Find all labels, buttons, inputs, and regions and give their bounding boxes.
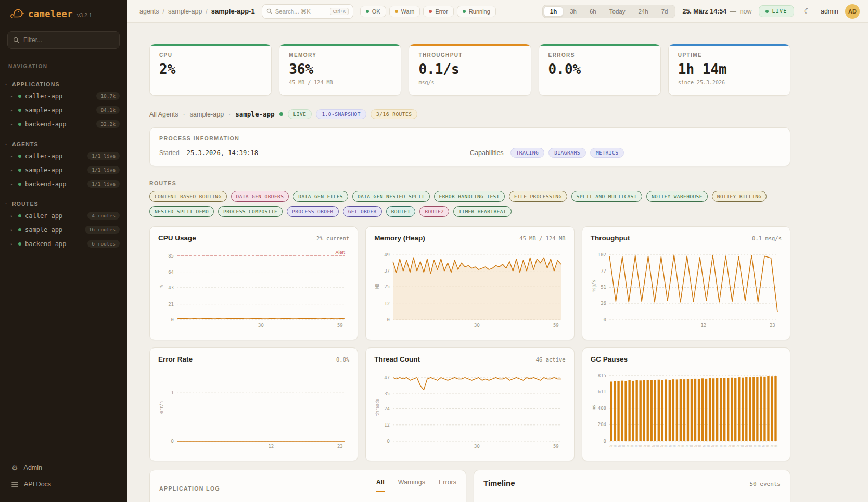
status-filter-error[interactable]: Error	[423, 6, 453, 17]
route-chip-process-composite[interactable]: PROCESS-COMPOSITE	[218, 206, 283, 217]
agent-badge-live: LIVE	[288, 109, 312, 119]
sidebar-filter[interactable]	[7, 31, 120, 49]
count-badge: 1/1 live	[87, 166, 120, 174]
chart-plot: 0204408611815ms20:08 20:08 20:08 20:08 2…	[591, 367, 782, 449]
route-chip-nested-split-demo[interactable]: NESTED-SPLIT-DEMO	[149, 206, 214, 217]
range-button-6h[interactable]: 6h	[583, 6, 603, 17]
started-label: Started	[159, 149, 180, 157]
started-value: 25.3.2026, 14:39:18	[187, 149, 258, 157]
sidebar-group-agents[interactable]: ·AGENTS	[0, 139, 127, 149]
avatar[interactable]: AD	[845, 4, 860, 19]
breadcrumb-sample-app[interactable]: sample-app	[168, 8, 202, 15]
status-filter-running[interactable]: Running	[457, 6, 496, 17]
route-chip-file-processing[interactable]: FILE-PROCESSING	[509, 191, 567, 202]
datetime-display[interactable]: 25. März 14:54— now	[682, 8, 751, 15]
route-chip-get-order[interactable]: GET-ORDER	[343, 206, 382, 217]
list-icon	[11, 482, 18, 487]
status-dot	[18, 123, 21, 126]
route-chip-process-order[interactable]: PROCESS-ORDER	[287, 206, 339, 217]
svg-text:49: 49	[384, 252, 390, 258]
chevron-right-icon: ▸	[10, 168, 15, 173]
stat-accent-bar	[669, 44, 790, 46]
route-chip-route2[interactable]: ROUTE2	[419, 206, 449, 217]
route-chip-data-gen-orders[interactable]: DATA-GEN-ORDERS	[231, 191, 289, 202]
sidebar-group-routes[interactable]: ·ROUTES	[0, 199, 127, 209]
chart-current-value: 0.0%	[336, 356, 349, 363]
svg-text:59: 59	[553, 444, 559, 449]
cameleer-logo-icon	[9, 8, 24, 20]
sidebar-item-admin[interactable]: ⚙ Admin	[6, 460, 121, 475]
log-tab-all[interactable]: All	[376, 479, 385, 492]
agentbar-current[interactable]: sample-app	[235, 110, 274, 118]
app-logo[interactable]: cameleer v3.2.1	[0, 0, 127, 28]
sidebar-footer-label: API Docs	[24, 481, 51, 488]
live-indicator[interactable]: LIVE	[759, 5, 794, 17]
svg-text:msg/s: msg/s	[592, 280, 596, 292]
route-chip-content-based-routing[interactable]: CONTENT-BASED-ROUTING	[149, 191, 227, 202]
svg-text:20:08 20:08 20:08 20:08 20:08: 20:08 20:08 20:08 20:08 20:08 20:08 20:0…	[609, 444, 777, 448]
range-button-1h[interactable]: 1h	[544, 6, 563, 17]
search-input[interactable]	[275, 8, 327, 15]
sidebar-item-agents-backend-app[interactable]: ▸ backend-app 1/1 live	[0, 177, 127, 191]
svg-text:37: 37	[384, 268, 390, 274]
svg-text:23: 23	[337, 444, 343, 449]
range-button-24h[interactable]: 24h	[632, 6, 654, 17]
log-tab-warnings[interactable]: Warnings	[398, 479, 425, 492]
gear-icon: ⚙	[11, 464, 18, 471]
timeline-card: Timeline 50 events	[474, 470, 790, 502]
status-dot	[18, 214, 21, 217]
svg-text:12: 12	[384, 422, 390, 428]
range-button-3h[interactable]: 3h	[564, 6, 583, 17]
sidebar-item-api-docs[interactable]: API Docs	[6, 477, 121, 492]
route-chip-route1[interactable]: ROUTE1	[386, 206, 416, 217]
status-filter-ok[interactable]: OK	[360, 6, 386, 17]
main-area: agents / sample-app / sample-app-1 Ctrl+…	[127, 0, 868, 502]
svg-text:77: 77	[601, 268, 606, 274]
chevron-right-icon: ▸	[10, 94, 15, 99]
agent-badge-3-16-routes: 3/16 ROUTES	[371, 109, 417, 119]
route-chip-data-gen-nested-split[interactable]: DATA-GEN-NESTED-SPLIT	[352, 191, 430, 202]
sidebar-item-routes-caller-app[interactable]: ▸ caller-app 4 routes	[0, 209, 127, 223]
sidebar-item-routes-backend-app[interactable]: ▸ backend-app 6 routes	[0, 237, 127, 251]
breadcrumb: agents / sample-app / sample-app-1	[139, 7, 255, 15]
log-tabs: AllWarningsErrors	[376, 479, 456, 492]
route-chip-notify-billing[interactable]: NOTIFY-BILLING	[712, 191, 767, 202]
svg-text:1: 1	[171, 390, 174, 395]
route-chip-timer-heartbeat[interactable]: TIMER-HEARTBEAT	[453, 206, 512, 217]
sidebar-item-agents-sample-app[interactable]: ▸ sample-app 1/1 live	[0, 163, 127, 177]
breadcrumb-agents[interactable]: agents	[139, 8, 159, 15]
dark-mode-toggle[interactable]: ☾	[801, 5, 814, 18]
stat-label: ERRORS	[548, 52, 651, 58]
chevron-right-icon: ▸	[10, 182, 15, 187]
agentbar-sample-app[interactable]: sample-app	[190, 111, 224, 118]
log-tab-errors[interactable]: Errors	[439, 479, 456, 492]
range-button-today[interactable]: Today	[603, 6, 632, 17]
route-chip-split-and-multicast[interactable]: SPLIT-AND-MULTICAST	[571, 191, 642, 202]
route-chip-error-handling-test[interactable]: ERROR-HANDLING-TEST	[434, 191, 505, 202]
svg-text:204: 204	[597, 422, 606, 427]
svg-text:0: 0	[387, 317, 390, 323]
sidebar-filter-input[interactable]	[23, 36, 101, 44]
svg-text:85: 85	[168, 253, 174, 259]
route-chip-notify-warehouse[interactable]: NOTIFY-WAREHOUSE	[646, 191, 708, 202]
status-dot	[18, 109, 21, 112]
agent-breadcrumb-bar: All Agents · sample-app · sample-app LIV…	[149, 109, 790, 119]
global-search[interactable]: Ctrl+K	[262, 4, 353, 19]
range-button-7d[interactable]: 7d	[655, 6, 674, 17]
sidebar-item-agents-caller-app[interactable]: ▸ caller-app 1/1 live	[0, 149, 127, 163]
sidebar-item-applications-caller-app[interactable]: ▸ caller-app 10.7k	[0, 89, 127, 103]
chart-card-thread-count: Thread Count 46 active 012243547threads3…	[365, 347, 574, 461]
capability-diagrams: DIAGRAMS	[548, 148, 586, 158]
sidebar-item-applications-backend-app[interactable]: ▸ backend-app 32.2k	[0, 117, 127, 131]
stat-card-cpu: CPU 2%	[149, 44, 272, 96]
status-filter-warn[interactable]: Warn	[389, 6, 420, 17]
sidebar-group-applications[interactable]: ·APPLICATIONS	[0, 80, 127, 89]
bullet-icon: ·	[5, 81, 8, 87]
agentbar-all-agents[interactable]: All Agents	[149, 111, 178, 118]
time-range-group: 1h3h6hToday24h7d	[542, 5, 676, 18]
route-chip-data-gen-files[interactable]: DATA-GEN-FILES	[293, 191, 348, 202]
chart-title: GC Pauses	[591, 355, 628, 363]
sidebar-item-applications-sample-app[interactable]: ▸ sample-app 84.1k	[0, 103, 127, 117]
sidebar-item-routes-sample-app[interactable]: ▸ sample-app 16 routes	[0, 223, 127, 237]
stat-label: CPU	[159, 52, 262, 58]
